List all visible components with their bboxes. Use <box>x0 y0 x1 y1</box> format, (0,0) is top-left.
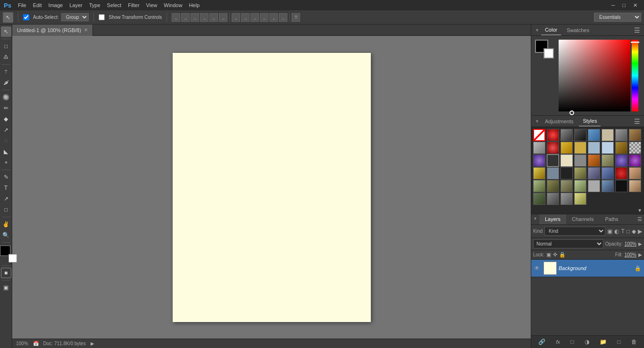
opacity-arrow[interactable]: ▶ <box>638 241 642 246</box>
style-swatch-43[interactable] <box>574 193 586 205</box>
style-swatch-6[interactable] <box>615 129 627 141</box>
fill-value[interactable]: 100% <box>624 252 636 257</box>
layer-visibility-0[interactable]: 👁 <box>534 265 542 272</box>
menu-window[interactable]: Window <box>161 1 185 9</box>
menu-layer[interactable]: Layer <box>67 1 85 9</box>
doc-tab-0[interactable]: Untitled-1 @ 100% (RGB/8) ✕ <box>12 25 93 36</box>
filter-shape-icon[interactable]: □ <box>627 228 630 235</box>
layers-panel-menu[interactable]: ☰ <box>636 214 644 224</box>
clone-stamp-tool[interactable]: ◆ <box>1 114 11 124</box>
add-layer-btn[interactable]: □ <box>614 338 623 346</box>
dodge-tool[interactable]: ⚬ <box>1 157 11 168</box>
doc-tab-close[interactable]: ✕ <box>84 27 88 33</box>
style-swatch-19[interactable] <box>574 154 586 167</box>
distribute-top[interactable]: ⎯ <box>260 13 268 22</box>
distribute-left[interactable]: ⎯ <box>232 13 240 22</box>
style-swatch-22[interactable] <box>615 154 627 167</box>
distribute-ch[interactable]: ⎯ <box>241 13 250 22</box>
layer-item-0[interactable]: 👁 Background 🔒 <box>531 260 644 277</box>
delete-layer-btn[interactable]: 🗑 <box>628 338 640 346</box>
style-swatch-28[interactable] <box>588 167 600 179</box>
align-right[interactable]: ⎯ <box>191 13 199 22</box>
lock-position-icon[interactable]: ✜ <box>553 252 557 258</box>
style-swatch-41[interactable] <box>547 193 559 205</box>
path-selection-tool[interactable]: ↗ <box>1 194 11 204</box>
distribute-bottom[interactable]: ⎯ <box>279 13 287 22</box>
style-swatch-27[interactable] <box>574 167 586 179</box>
menu-filter[interactable]: Filter <box>125 1 142 9</box>
swatches-tab[interactable]: Swatches <box>563 25 593 35</box>
transform-controls-checkbox[interactable] <box>99 14 105 20</box>
lock-pixels-icon[interactable]: ▣ <box>546 252 551 258</box>
color-panel-menu[interactable]: ☰ <box>634 26 640 34</box>
distribute-right[interactable]: ⎯ <box>251 13 259 22</box>
main-canvas[interactable] <box>173 53 371 322</box>
styles-panel-menu[interactable]: ☰ <box>634 118 640 125</box>
align-center-v[interactable]: ⎯ <box>209 13 218 22</box>
workspace-dropdown[interactable]: Essentials <box>594 13 641 22</box>
style-swatch-3[interactable] <box>574 129 586 141</box>
canvas-scroll[interactable] <box>12 36 531 339</box>
align-top[interactable]: ⎯ <box>200 13 209 22</box>
eyedropper-tool[interactable]: 🌶 <box>1 77 11 88</box>
style-swatch-15[interactable] <box>629 142 641 154</box>
filter-toggle[interactable]: ▶ <box>638 228 642 235</box>
menu-file[interactable]: File <box>15 1 29 9</box>
style-swatch-4[interactable] <box>588 129 600 141</box>
style-swatch-5[interactable] <box>602 129 614 141</box>
style-swatch-12[interactable] <box>588 142 600 154</box>
auto-select-checkbox[interactable] <box>23 14 29 20</box>
gradient-tool[interactable]: ◣ <box>1 146 11 157</box>
add-mask-btn[interactable]: □ <box>568 338 577 346</box>
style-swatch-30[interactable] <box>615 167 627 179</box>
style-swatch-37[interactable] <box>602 180 614 192</box>
style-swatch-18[interactable] <box>560 154 573 167</box>
shape-tool[interactable]: □ <box>1 204 11 215</box>
menu-view[interactable]: View <box>143 1 160 9</box>
brush-tool[interactable]: ✏ <box>1 103 11 113</box>
rectangular-marquee-tool[interactable]: □ <box>1 41 11 51</box>
fill-arrow[interactable]: ▶ <box>638 252 642 257</box>
styles-tab[interactable]: Styles <box>579 116 601 127</box>
color-panel-collapse[interactable]: ▼ <box>535 28 539 33</box>
style-swatch-8[interactable] <box>533 142 545 154</box>
menu-bar[interactable]: File Edit Image Layer Type Select Filter… <box>15 1 202 9</box>
layer-fx-btn[interactable]: fx <box>553 338 563 346</box>
style-swatch-1[interactable] <box>547 129 559 141</box>
arrow-icon[interactable]: ▶ <box>91 341 94 346</box>
filter-pixel-icon[interactable]: ▣ <box>607 228 612 235</box>
style-swatch-24[interactable] <box>533 167 545 179</box>
menu-help[interactable]: Help <box>186 1 202 9</box>
style-swatch-0[interactable] <box>533 129 545 141</box>
style-swatch-20[interactable] <box>588 154 600 167</box>
style-swatch-13[interactable] <box>602 142 614 154</box>
style-swatch-36[interactable] <box>588 180 600 192</box>
menu-select[interactable]: Select <box>104 1 125 9</box>
layers-panel-collapse[interactable]: ▼ <box>531 214 539 224</box>
style-swatch-16[interactable] <box>533 154 545 167</box>
style-swatch-23[interactable] <box>629 154 641 167</box>
style-swatch-40[interactable] <box>533 193 545 205</box>
add-adjustment-btn[interactable]: ◑ <box>582 338 592 346</box>
filter-adjust-icon[interactable]: ◐ <box>614 228 619 235</box>
add-group-btn[interactable]: 📁 <box>597 338 610 346</box>
pen-tool[interactable]: ✎ <box>1 172 11 182</box>
style-swatch-31[interactable] <box>629 167 641 179</box>
hue-slider[interactable] <box>632 40 638 111</box>
minimize-button[interactable]: ─ <box>609 2 618 8</box>
styles-panel-collapse[interactable]: ▼ <box>535 119 539 124</box>
distribute-cv[interactable]: ⎯ <box>269 13 278 22</box>
hand-tool[interactable]: ✌ <box>1 219 11 229</box>
color-gradient-box[interactable] <box>559 40 630 111</box>
blend-mode-dropdown[interactable]: Normal <box>533 239 603 248</box>
color-gradient[interactable] <box>559 40 630 111</box>
style-swatch-17[interactable] <box>547 154 559 167</box>
style-swatch-9[interactable] <box>547 142 559 154</box>
menu-edit[interactable]: Edit <box>30 1 45 9</box>
channels-tab[interactable]: Channels <box>566 214 599 224</box>
filter-smart-icon[interactable]: ◆ <box>632 228 636 235</box>
align-bottom[interactable]: ⎯ <box>219 13 227 22</box>
color-tab[interactable]: Color <box>541 25 561 35</box>
style-swatch-34[interactable] <box>560 180 573 192</box>
style-swatch-2[interactable] <box>560 129 573 141</box>
